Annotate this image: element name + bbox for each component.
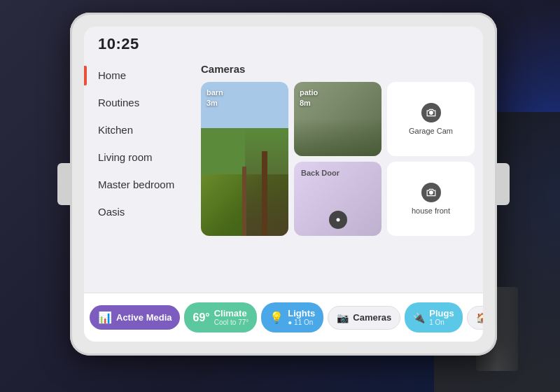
pill-home[interactable]: 🏠 xyxy=(467,306,483,330)
svg-point-2 xyxy=(429,190,433,195)
scene: 10:25 Home Routines Kitchen Living xyxy=(0,0,560,392)
screen: 10:25 Home Routines Kitchen Living xyxy=(84,27,483,342)
sidebar: Home Routines Kitchen Living room Master… xyxy=(84,56,192,293)
backdoor-cam-icon xyxy=(329,211,347,229)
sidebar-item-masterbedroom[interactable]: Master bedroom xyxy=(84,171,192,198)
camera-card-housefront[interactable]: house front xyxy=(387,162,475,236)
patio-label: patio 8m xyxy=(300,88,318,109)
cameras-section-title: Cameras xyxy=(201,63,475,75)
bottom-bar: 📊 Active Media 69° Climate Cool to 77° 💡… xyxy=(84,293,483,342)
climate-temp: 69° xyxy=(192,312,209,324)
garage-cam-name: Garage Cam xyxy=(409,127,453,135)
sidebar-item-oasis[interactable]: Oasis xyxy=(84,198,192,225)
home-icon: 🏠 xyxy=(476,312,483,323)
pill-plugs[interactable]: 🔌 Plugs 1 On xyxy=(405,302,462,333)
pill-lights[interactable]: 💡 Lights ● 11 On xyxy=(261,302,323,333)
active-media-icon: 📊 xyxy=(98,311,112,324)
top-bar: 10:25 xyxy=(84,27,483,56)
camera-card-barn[interactable]: barn 3m xyxy=(201,82,288,236)
sidebar-item-routines[interactable]: Routines xyxy=(84,89,192,116)
camera-card-patio[interactable]: patio 8m xyxy=(294,82,382,156)
backdoor-label: Back Door xyxy=(301,169,340,177)
housefront-cam-icon xyxy=(421,183,441,202)
housefront-cam-name: house front xyxy=(412,206,450,215)
camera-grid: barn 3m patio 8m xyxy=(201,82,475,236)
pill-climate[interactable]: 69° Climate Cool to 77° xyxy=(184,302,257,333)
plugs-icon: 🔌 xyxy=(413,312,425,323)
svg-point-0 xyxy=(429,111,433,115)
sidebar-item-kitchen[interactable]: Kitchen xyxy=(84,116,192,144)
pill-active-media[interactable]: 📊 Active Media xyxy=(90,305,180,330)
svg-point-1 xyxy=(336,218,340,222)
barn-label: barn 3m xyxy=(206,88,223,109)
main-panel: Cameras xyxy=(192,56,483,293)
sidebar-item-livingroom[interactable]: Living room xyxy=(84,144,192,171)
mount-right xyxy=(497,163,510,205)
cameras-bar-icon: 📷 xyxy=(337,312,349,323)
pill-cameras-bar[interactable]: 📷 Cameras xyxy=(328,306,400,330)
tablet-shell: 10:25 Home Routines Kitchen Living xyxy=(70,13,497,356)
camera-card-garage[interactable]: Garage Cam xyxy=(387,82,475,156)
lights-icon: 💡 xyxy=(270,311,284,324)
mount-left xyxy=(57,163,70,205)
garage-cam-icon xyxy=(421,103,441,122)
sidebar-item-home[interactable]: Home xyxy=(84,62,192,89)
camera-card-backdoor[interactable]: Back Door xyxy=(294,162,382,236)
main-content: Home Routines Kitchen Living room Master… xyxy=(84,56,483,293)
clock-time: 10:25 xyxy=(98,35,139,53)
